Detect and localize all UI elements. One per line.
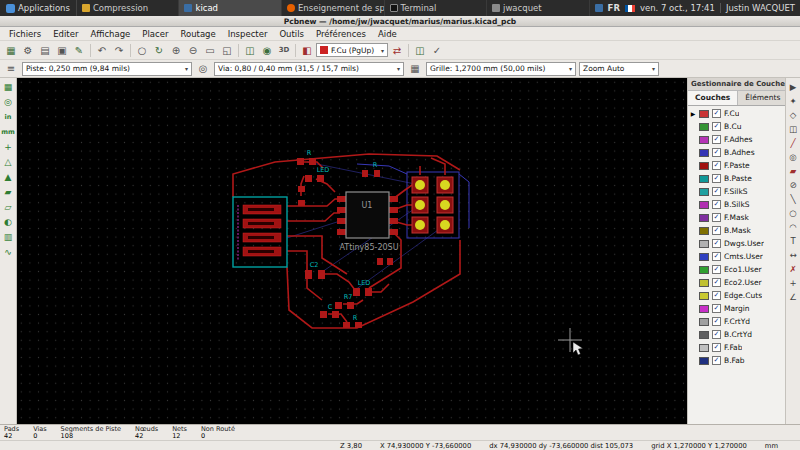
route-track-button[interactable]: ╱ <box>787 136 800 149</box>
add-keepout-button[interactable]: ⊘ <box>787 178 800 191</box>
layer-color-swatch[interactable] <box>699 149 709 157</box>
add-dimension-button[interactable]: ↔ <box>787 248 800 261</box>
menu-editer[interactable]: Editer <box>48 28 83 40</box>
layer-row-badhes[interactable]: ✓B.Adhes <box>688 146 785 159</box>
layer-visibility-checkbox[interactable]: ✓ <box>712 304 721 313</box>
print-button[interactable]: ▣ <box>54 43 70 58</box>
design-rules-button[interactable]: ✓ <box>429 43 445 58</box>
layer-visibility-checkbox[interactable]: ✓ <box>712 278 721 287</box>
layer-row-bpaste[interactable]: ✓B.Paste <box>688 172 785 185</box>
layer-row-fcu[interactable]: ▶✓F.Cu <box>688 107 785 120</box>
layer-visibility-checkbox[interactable]: ✓ <box>712 343 721 352</box>
taskbar-item-terminal[interactable]: Terminal <box>385 0 488 16</box>
tab-elements[interactable]: Éléments <box>738 91 788 105</box>
layer-visibility-checkbox[interactable]: ✓ <box>712 200 721 209</box>
applications-menu[interactable]: Applications <box>0 0 77 16</box>
layer-row-fadhes[interactable]: ✓F.Adhes <box>688 133 785 146</box>
grid-toggle-button[interactable]: ▦ <box>1 80 15 94</box>
via-size-menu-button[interactable]: ◎ <box>195 61 211 76</box>
refresh-view-button[interactable]: ↻ <box>151 43 167 58</box>
local-ratsnest-button[interactable]: ◇ <box>787 108 800 121</box>
pcb-canvas[interactable]: U1 ATtiny85-20SU <box>17 78 687 424</box>
layer-row-bcrtyd[interactable]: ✓B.CrtYd <box>688 328 785 341</box>
zoom-selection-button[interactable]: ◱ <box>219 43 235 58</box>
layer-row-bmask[interactable]: ✓B.Mask <box>688 224 785 237</box>
layer-color-swatch[interactable] <box>699 123 709 131</box>
layer-row-bfab[interactable]: ✓B.Fab <box>688 354 785 367</box>
zoom-out-button[interactable]: ⊖ <box>185 43 201 58</box>
layer-color-swatch[interactable] <box>699 279 709 287</box>
layers-manager-title[interactable]: Gestionnaire de Couches <box>688 78 785 91</box>
page-settings-button[interactable]: ▤ <box>37 43 53 58</box>
layer-color-swatch[interactable] <box>699 136 709 144</box>
layer-visibility-checkbox[interactable]: ✓ <box>712 239 721 248</box>
measure-tool-button[interactable]: ∠ <box>787 290 800 303</box>
window-titlebar[interactable]: Pcbnew — /home/jw/jwacquet/marius/marius… <box>0 16 800 27</box>
layer-visibility-checkbox[interactable]: ✓ <box>712 213 721 222</box>
layer-row-bsilks[interactable]: ✓B.SilkS <box>688 198 785 211</box>
layer-visibility-checkbox[interactable]: ✓ <box>712 161 721 170</box>
polar-coords-button[interactable]: ◎ <box>1 95 15 109</box>
layer-color-swatch[interactable] <box>699 162 709 170</box>
layer-row-dwgs[interactable]: ✓Dwgs.User <box>688 237 785 250</box>
save-button[interactable]: ▦ <box>3 43 19 58</box>
zone-outline-mode-button[interactable]: ▱ <box>1 200 15 214</box>
layer-visibility-checkbox[interactable]: ✓ <box>712 135 721 144</box>
layer-visibility-checkbox[interactable]: ✓ <box>712 291 721 300</box>
layer-color-swatch[interactable] <box>699 214 709 222</box>
footprint-wizard-button[interactable]: ◫ <box>412 43 428 58</box>
add-footprint-button[interactable]: ◫ <box>787 122 800 135</box>
layers-manager-toggle-button[interactable]: ▥ <box>1 230 15 244</box>
units-mm-button[interactable]: mm <box>1 125 15 139</box>
layer-visibility-checkbox[interactable]: ✓ <box>712 148 721 157</box>
zone-filled-mode-button[interactable]: ▰ <box>1 185 15 199</box>
layer-color-swatch[interactable] <box>699 331 709 339</box>
layer-color-swatch[interactable] <box>699 357 709 365</box>
zoom-select[interactable]: Zoom Auto ▾ <box>579 62 659 76</box>
layer-row-fmask[interactable]: ✓F.Mask <box>688 211 785 224</box>
microwave-tools-button[interactable]: ∿ <box>1 245 15 259</box>
menu-fichiers[interactable]: Fichiers <box>4 28 46 40</box>
find-button[interactable]: ○ <box>134 43 150 58</box>
layer-row-edgecuts[interactable]: ✓Edge.Cuts <box>688 289 785 302</box>
3d-viewer-button[interactable]: 3D <box>276 43 292 58</box>
layer-row-bcu[interactable]: ✓B.Cu <box>688 120 785 133</box>
layer-visibility-checkbox[interactable]: ✓ <box>712 187 721 196</box>
layer-visibility-checkbox[interactable]: ✓ <box>712 109 721 118</box>
via-size-select[interactable]: Via: 0,80 / 0,40 mm (31,5 / 15,7 mils) ▾ <box>214 62 404 76</box>
menu-inspecter[interactable]: Inspecter <box>223 28 273 40</box>
layer-visibility-checkbox[interactable]: ✓ <box>712 265 721 274</box>
layer-visibility-checkbox[interactable]: ✓ <box>712 330 721 339</box>
cursor-shape-button[interactable]: + <box>1 140 15 154</box>
zoom-fit-button[interactable]: ▭ <box>202 43 218 58</box>
drill-origin-button[interactable]: + <box>787 276 800 289</box>
delete-tool-button[interactable]: ✗ <box>787 262 800 275</box>
menu-affichage[interactable]: Affichage <box>85 28 135 40</box>
layer-color-swatch[interactable] <box>699 110 709 118</box>
layer-visibility-checkbox[interactable]: ✓ <box>712 122 721 131</box>
update-pcb-button[interactable]: ⇄ <box>389 43 405 58</box>
add-text-button[interactable]: T <box>787 234 800 247</box>
layer-color-swatch[interactable] <box>699 292 709 300</box>
show-ratsnest-button[interactable]: △ <box>1 155 15 169</box>
add-via-button[interactable]: ◎ <box>787 150 800 163</box>
layer-color-swatch[interactable] <box>699 175 709 183</box>
layer-color-swatch[interactable] <box>699 266 709 274</box>
layer-visibility-checkbox[interactable]: ✓ <box>712 174 721 183</box>
user-name[interactable]: Justin WACQUET <box>726 3 795 13</box>
layer-color-swatch[interactable] <box>699 240 709 248</box>
hide-ratsnest-button[interactable]: ▲ <box>1 170 15 184</box>
layer-color-swatch[interactable] <box>699 305 709 313</box>
layer-row-eco1[interactable]: ✓Eco1.User <box>688 263 785 276</box>
plot-button[interactable]: ✎ <box>71 43 87 58</box>
taskbar-item-compression[interactable]: Compression <box>77 0 180 16</box>
menu-preferences[interactable]: Préférences <box>311 28 371 40</box>
zoom-in-button[interactable]: ⊕ <box>168 43 184 58</box>
keyboard-layout-indicator[interactable]: FR <box>608 3 620 13</box>
layer-row-margin[interactable]: ✓Margin <box>688 302 785 315</box>
add-zone-button[interactable]: ▰ <box>787 164 800 177</box>
units-inches-button[interactable]: in <box>1 110 15 124</box>
taskbar-item-jwacquet[interactable]: jwacquet <box>487 0 590 16</box>
high-contrast-button[interactable]: ◐ <box>1 215 15 229</box>
layer-row-eco2[interactable]: ✓Eco2.User <box>688 276 785 289</box>
